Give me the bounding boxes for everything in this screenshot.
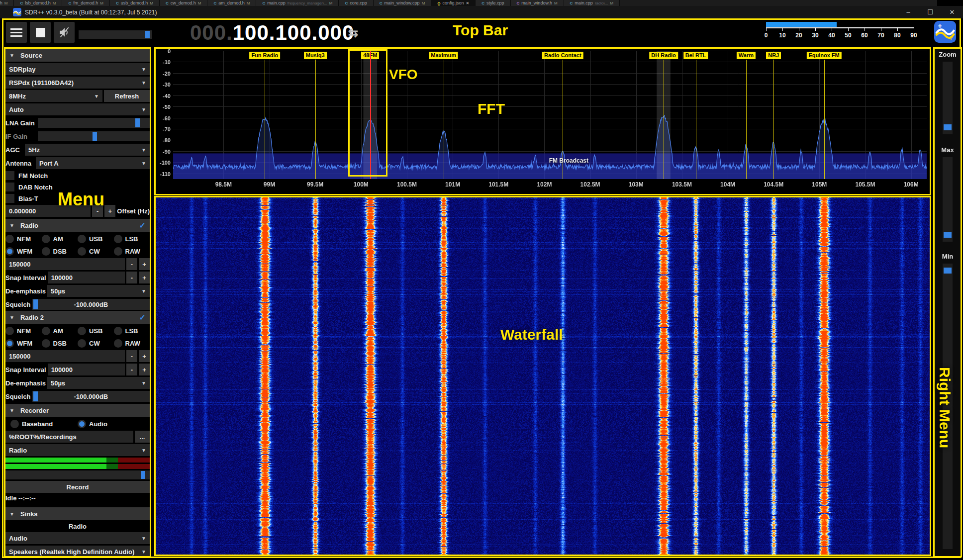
mode-am[interactable]: AM — [42, 233, 78, 244]
frequency-dim-digits[interactable]: 000. — [190, 21, 233, 44]
editor-tab-main-cpp[interactable]: Cmain.cppfrequency_manager\...M — [256, 0, 339, 6]
sinks-header[interactable]: ▼ Sinks — [5, 507, 150, 520]
mode-lsb[interactable]: LSB — [114, 325, 150, 336]
refresh-button[interactable]: Refresh — [104, 90, 150, 102]
chevron-down-icon[interactable]: ▼ — [9, 315, 14, 320]
fm-notch-checkbox[interactable] — [5, 171, 14, 180]
enabled-check-icon[interactable]: ✓ — [139, 313, 146, 322]
bandwidth-plus-button[interactable]: + — [139, 258, 150, 270]
recorder-volume-slider[interactable] — [5, 470, 150, 479]
bookmark-label-bel-rtl[interactable]: Bel RTL — [683, 52, 708, 59]
mode-cw[interactable]: CW — [78, 246, 114, 257]
swap-icon[interactable]: ⇆ — [348, 26, 358, 40]
mode-nfm[interactable]: NFM — [5, 233, 42, 244]
vfo-center-line[interactable] — [370, 51, 371, 179]
agc-select[interactable]: 5Hz▼ — [25, 144, 150, 156]
max-slider-handle[interactable] — [944, 232, 952, 238]
editor-tab-usb-demod-h[interactable]: Cusb_demod.hM — [110, 0, 160, 6]
snap-minus-button[interactable]: - — [126, 364, 137, 375]
recorder-mode-audio[interactable]: Audio — [78, 418, 145, 429]
antenna-select[interactable]: Port A▼ — [36, 157, 150, 169]
maximize-icon[interactable]: ☐ — [919, 8, 941, 16]
editor-tab-style-cpp[interactable]: Cstyle.cpp — [476, 0, 510, 6]
editor-tab-cw-demod-h[interactable]: Ccw_demod.hM — [160, 0, 207, 6]
mode-raw[interactable]: RAW — [114, 246, 150, 257]
if-gain-slider[interactable] — [38, 131, 150, 141]
close-icon[interactable]: ✕ — [941, 8, 963, 16]
browse-button[interactable]: ... — [135, 431, 150, 443]
samplerate-select[interactable]: 8MHz▼ — [5, 90, 102, 102]
bandwidth-minus-button[interactable]: - — [126, 258, 137, 270]
snap-plus-button[interactable]: + — [139, 364, 150, 375]
mode-dsb[interactable]: DSB — [42, 338, 78, 349]
editor-tab-fm-demod-h[interactable]: Cfm_demod.hM — [62, 0, 109, 6]
mode-usb[interactable]: USB — [78, 325, 114, 336]
window-titlebar[interactable]: SDR++ v0.3.0_beta (Built at 00:12:37, Ju… — [0, 6, 963, 18]
editor-tab-config-json[interactable]: {}config.json✕ — [431, 0, 476, 6]
volume-slider[interactable] — [79, 30, 152, 39]
zoom-slider-handle[interactable] — [944, 124, 952, 130]
recording-path-input[interactable]: %ROOT%/Recordings — [5, 431, 133, 443]
recorder-volume-handle[interactable] — [141, 471, 145, 479]
menu-button[interactable] — [6, 22, 27, 43]
chevron-down-icon[interactable]: ▼ — [9, 408, 14, 413]
snap-minus-button[interactable]: - — [126, 272, 137, 283]
frequency-bright-digits[interactable]: 100.100.000 — [233, 21, 355, 44]
snap-plus-button[interactable]: + — [139, 272, 150, 283]
deemphasis-select[interactable]: 50µs▼ — [47, 285, 150, 297]
squelch-slider[interactable]: -100.000dB — [32, 299, 150, 310]
bandwidth-input[interactable]: 150000 — [5, 258, 125, 270]
tab-close-icon[interactable]: ✕ — [466, 1, 470, 5]
bookmark-label-fun-radio[interactable]: Fun Radio — [249, 52, 280, 59]
bookmark-label-maximum[interactable]: Maximum — [429, 52, 458, 59]
recorder-mode-baseband[interactable]: Baseband — [10, 418, 78, 429]
recorder-header[interactable]: ▼ Recorder — [5, 404, 150, 417]
frequency-display[interactable]: 000.100.100.000 — [190, 21, 354, 45]
source-driver-select[interactable]: SDRplay▼ — [5, 63, 150, 75]
source-header[interactable]: ▼ Source — [5, 49, 150, 62]
zoom-slider[interactable] — [943, 62, 953, 134]
squelch-handle[interactable] — [33, 391, 38, 401]
bias-t-checkbox[interactable] — [5, 194, 14, 203]
chevron-down-icon[interactable]: ▼ — [9, 53, 14, 58]
minimize-icon[interactable]: – — [897, 8, 919, 16]
max-slider[interactable] — [943, 157, 953, 242]
bandwidth-input[interactable]: 150000 — [5, 350, 125, 362]
squelch-slider[interactable]: -100.000dB — [32, 391, 150, 402]
mode-am[interactable]: AM — [42, 325, 78, 336]
snap-input[interactable]: 100000 — [48, 272, 125, 283]
editor-tab-main-window-h[interactable]: Cmain_window.hM — [511, 0, 564, 6]
mode-nfm[interactable]: NFM — [5, 325, 42, 336]
if-mode-select[interactable]: Auto▼ — [5, 103, 150, 115]
editor-tab-core-cpp[interactable]: Ccore.cpp — [339, 0, 373, 6]
mode-dsb[interactable]: DSB — [42, 246, 78, 257]
radio2-header[interactable]: ▼ Radio 2 ✓ — [5, 311, 150, 324]
sink-device-select[interactable]: Speakers (Realtek High Definition Audio)… — [5, 546, 150, 556]
mode-raw[interactable]: RAW — [114, 338, 150, 349]
bookmark-label-dh-radio[interactable]: DH Radio — [649, 52, 678, 59]
record-button[interactable]: Record — [5, 481, 150, 493]
min-slider-handle[interactable] — [944, 268, 952, 274]
bookmark-label-equinox-fm[interactable]: Equinox FM — [806, 52, 841, 59]
mode-wfm[interactable]: WFM — [5, 338, 42, 349]
chevron-down-icon[interactable]: ▼ — [9, 223, 14, 228]
waterfall-canvas[interactable] — [156, 197, 930, 555]
mode-wfm[interactable]: WFM — [5, 246, 42, 257]
editor-tab-lsb-demod-h[interactable]: Clsb_demod.hM — [14, 0, 62, 6]
snap-input[interactable]: 100000 — [48, 364, 125, 375]
stop-button[interactable] — [30, 22, 51, 43]
editor-tab-am-demod-h[interactable]: Cam_demod.hM — [207, 0, 256, 6]
radio-header[interactable]: ▼ Radio ✓ — [5, 219, 150, 232]
volume-slider-handle[interactable] — [145, 31, 150, 38]
lna-gain-slider[interactable] — [38, 118, 150, 128]
squelch-handle[interactable] — [33, 299, 38, 309]
enabled-check-icon[interactable]: ✓ — [139, 221, 146, 230]
editor-tab-main-window-cpp[interactable]: Cmain_window.cppM — [374, 0, 432, 6]
mode-lsb[interactable]: LSB — [114, 233, 150, 244]
dab-notch-checkbox[interactable] — [5, 183, 14, 191]
lna-gain-handle[interactable] — [135, 118, 140, 127]
bookmark-label-nrj[interactable]: NRJ — [766, 52, 781, 59]
mode-cw[interactable]: CW — [78, 338, 114, 349]
source-device-select[interactable]: RSPdx (191106DA42)▼ — [5, 77, 150, 89]
chevron-down-icon[interactable]: ▼ — [9, 511, 14, 517]
